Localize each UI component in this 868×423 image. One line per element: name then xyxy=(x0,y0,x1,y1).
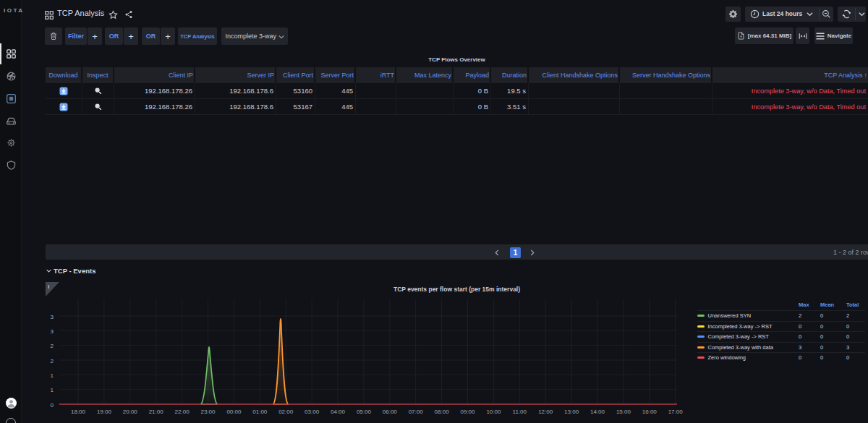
svg-text:10:00: 10:00 xyxy=(486,409,501,415)
svg-text:2: 2 xyxy=(51,343,54,349)
svg-text:09:00: 09:00 xyxy=(460,409,475,415)
svg-text:03:00: 03:00 xyxy=(305,409,320,415)
svg-text:0: 0 xyxy=(51,402,54,409)
svg-text:12:00: 12:00 xyxy=(538,409,553,415)
svg-text:01:00: 01:00 xyxy=(252,409,268,415)
svg-text:23:00: 23:00 xyxy=(200,409,216,415)
svg-text:05:00: 05:00 xyxy=(357,409,372,415)
svg-text:2: 2 xyxy=(51,358,54,364)
svg-text:16:00: 16:00 xyxy=(642,409,658,415)
svg-text:3: 3 xyxy=(51,328,54,335)
svg-text:17:00: 17:00 xyxy=(668,409,684,415)
svg-text:00:00: 00:00 xyxy=(226,409,242,415)
svg-text:18:00: 18:00 xyxy=(71,409,86,415)
svg-text:1: 1 xyxy=(51,372,54,379)
svg-text:02:00: 02:00 xyxy=(278,409,294,415)
svg-text:11:00: 11:00 xyxy=(513,409,527,415)
svg-text:06:00: 06:00 xyxy=(383,409,398,415)
svg-text:20:00: 20:00 xyxy=(123,409,138,415)
svg-text:1: 1 xyxy=(51,387,54,393)
svg-text:22:00: 22:00 xyxy=(175,409,190,415)
svg-text:21:00: 21:00 xyxy=(149,409,164,415)
svg-text:13:00: 13:00 xyxy=(564,409,579,415)
svg-text:19:00: 19:00 xyxy=(97,409,112,415)
svg-text:i: i xyxy=(48,284,49,289)
svg-text:15:00: 15:00 xyxy=(616,409,631,415)
svg-text:07:00: 07:00 xyxy=(409,409,424,415)
svg-text:08:00: 08:00 xyxy=(435,409,450,415)
svg-text:14:00: 14:00 xyxy=(590,409,605,415)
svg-text:3: 3 xyxy=(51,314,54,320)
svg-text:04:00: 04:00 xyxy=(331,409,346,415)
